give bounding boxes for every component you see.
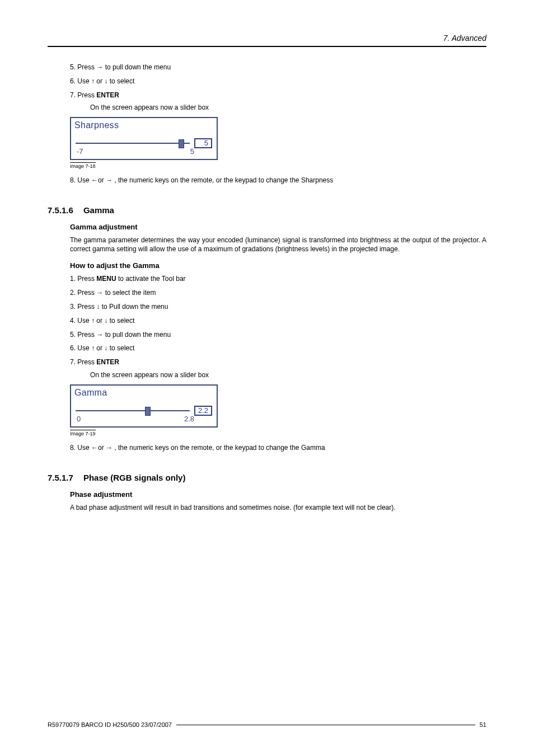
gamma-slider-box: Gamma 2.2 0 2.8 <box>70 384 218 428</box>
gamma-steps: 1. Press MENU to activate the Tool bar 2… <box>70 274 486 379</box>
slider-max: 5 <box>190 147 194 156</box>
g-step-4: 4. Use ↑ or ↓ to select <box>70 316 486 326</box>
sharpness-slider-box: Sharpness 5 -7 5 <box>70 117 218 160</box>
slider-thumb <box>145 407 151 416</box>
slider-min: 0 <box>77 415 81 423</box>
sub-heading-gamma-adj: Gamma adjustment <box>70 223 486 231</box>
g-step-7-note: On the screen appears now a slider box <box>90 370 486 380</box>
slider-min: -7 <box>77 147 83 156</box>
slider-max: 2.8 <box>184 415 194 423</box>
g-step-8: 8. Use ←or → , the numeric keys on the r… <box>70 443 486 453</box>
step-6: 6. Use ↑ or ↓ to select <box>70 77 486 86</box>
slider-title: Sharpness <box>71 118 217 133</box>
step-7: 7. Press ENTER On the screen appears now… <box>70 91 486 113</box>
phase-description: A bad phase adjustment will result in ba… <box>70 503 486 512</box>
step-8: 8. Use ←or → , the numeric keys on the r… <box>70 176 486 185</box>
section-heading-phase: 7.5.1.7Phase (RGB signals only) <box>48 473 486 482</box>
page-footer: R59770079 BARCO ID H250/500 23/07/2007 5… <box>48 721 486 728</box>
g-step-3: 3. Press ↓ to Pull down the menu <box>70 302 486 312</box>
g-step-7: 7. Press ENTER On the screen appears now… <box>70 358 486 380</box>
chapter-header: 7. Advanced <box>48 34 486 47</box>
section-heading-gamma: 7.5.1.6Gamma <box>48 205 486 215</box>
image-caption: Image 7-18 <box>70 162 96 169</box>
slider-thumb <box>179 139 184 148</box>
g-step-6: 6. Use ↑ or ↓ to select <box>70 344 486 353</box>
footer-docinfo: R59770079 BARCO ID H250/500 23/07/2007 <box>48 721 172 728</box>
g-step-2: 2. Press → to select the item <box>70 288 486 298</box>
step-7-note: On the screen appears now a slider box <box>90 103 486 112</box>
sub-heading-phase-adj: Phase adjustment <box>70 490 486 499</box>
step-5: 5. Press → to pull down the menu <box>70 63 486 72</box>
footer-rule <box>176 725 475 725</box>
g-step-1: 1. Press MENU to activate the Tool bar <box>70 274 486 284</box>
sub-heading-how-gamma: How to adjust the Gamma <box>70 261 486 270</box>
sharpness-continued-steps: 5. Press → to pull down the menu 6. Use … <box>70 63 486 112</box>
image-caption: Image 7-19 <box>70 430 96 436</box>
slider-value: 2.2 <box>194 406 212 416</box>
gamma-description: The gamma parameter determines the way y… <box>70 236 486 253</box>
g-step-5: 5. Press → to pull down the menu <box>70 330 486 340</box>
slider-track <box>76 407 190 415</box>
slider-value: 5 <box>194 138 212 148</box>
slider-title: Gamma <box>71 386 217 400</box>
footer-pagenum: 51 <box>480 721 486 728</box>
slider-track <box>76 139 190 147</box>
